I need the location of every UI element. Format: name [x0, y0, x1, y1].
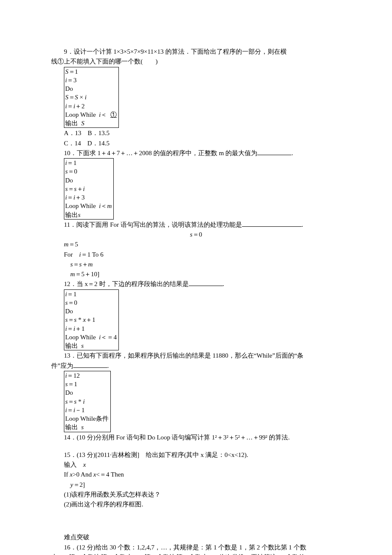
code-line: i＝i＋1 [65, 324, 117, 333]
code-line: s＝s * x＋1 [65, 315, 117, 324]
blank [189, 279, 223, 286]
q12-suffix: . [223, 280, 225, 287]
q11-stem-text: 11．阅读下面用 For 语句写出的算法，说明该算法的处理功能是 [64, 221, 242, 228]
code-line: i＝1 [65, 159, 112, 167]
q12-stem-text: 12．当 x＝2 时，下边的程序段输出的结果是 [64, 280, 189, 287]
q9-opt2: C．14 D．14.5 [64, 139, 341, 148]
blank [242, 220, 302, 227]
q15-line-2: If x>0 And x<＝4 Then [64, 470, 341, 480]
q9-opt1: A．13 B．13.5 [64, 128, 341, 138]
code-line: Do [65, 176, 112, 185]
q9-codebox: S＝1 i＝3 Do S＝S × i i＝i＋2 Loop While i＜ ①… [64, 67, 119, 128]
q13-stem-1: 13．已知有下面程序，如果程序执行后输出的结果是 11880，那么在“While… [51, 351, 341, 361]
code-line: i＝i＋2 [65, 102, 117, 110]
q10-stem: 10．下面求 1＋4＋7＋…＋2008 的值的程序中，正整数 m 的最大值为. [51, 148, 341, 158]
code-line: 输出 s [65, 341, 117, 350]
q9-stem-2-text: 线①上不能填入下面的哪一个数( ) [51, 58, 158, 65]
blank [257, 148, 291, 155]
code-line: Loop While条件 [65, 414, 109, 423]
q12-codebox: i＝1 s＝0 Do s＝s * x＋1 i＝i＋1 Loop While i＜… [64, 289, 119, 351]
q15-line-3: y＝2] [70, 480, 341, 490]
q10-suffix: . [291, 150, 293, 156]
q13-suffix: . [107, 362, 109, 369]
q11-line-2: For i＝1 To 6 [64, 250, 341, 260]
q14: 14．(10 分)分别用 For 语句和 Do Loop 语句编写计算 1²＋3… [51, 433, 341, 442]
q13-codebox: i＝12 s＝1 Do s＝s * i i＝i－1 Loop While条件 输… [64, 371, 111, 432]
code-line: s＝0 [65, 167, 112, 176]
code-line: Loop While i＜m [65, 202, 112, 210]
q16-line-1: 16．(12 分)给出 30 个数：1,2,4,7，…，其规律是：第 1 个数是… [51, 543, 341, 552]
q11-line-1: m＝5 [64, 240, 341, 249]
code-line: Do [65, 388, 109, 397]
q13-stem-2: 件”应为. [51, 361, 341, 371]
section-heading: 难点突破 [51, 532, 341, 542]
q11-center: s＝0 [51, 230, 341, 240]
code-line: 输出 s [65, 423, 109, 431]
blank [73, 361, 107, 368]
q15-line-1: 输入 x [64, 460, 341, 470]
q9-stem-1: 9．设计一个计算 1×3×5×7×9×11×13 的算法．下面给出了程序的一部分… [51, 47, 341, 57]
q9-stem-2: 线①上不能填入下面的哪一个数( ) [51, 57, 341, 66]
code-line: s＝s＋i [65, 185, 112, 193]
code-line: Loop While i＜ ① [65, 110, 117, 119]
q11-suffix: . [302, 221, 303, 228]
code-line: s＝1 [65, 380, 109, 388]
q16-line-2: 大 1，第 3 个数比第 2 个数大 2，第 4 个数比第 3 个数大 3，依次… [51, 552, 341, 555]
code-line: 输出s [65, 211, 112, 219]
q11-stem: 11．阅读下面用 For 语句写出的算法，说明该算法的处理功能是. [51, 220, 341, 230]
q12-stem: 12．当 x＝2 时，下边的程序段输出的结果是. [51, 279, 341, 289]
q10-codebox: i＝1 s＝0 Do s＝s＋i i＝i＋3 Loop While i＜m 输出… [64, 158, 114, 220]
q11-line-4: m＝5＋10] [70, 269, 341, 279]
q10-stem-text: 10．下面求 1＋4＋7＋…＋2008 的值的程序中，正整数 m 的最大值为 [64, 150, 257, 156]
q15-stem: 15．(13 分)[2011·吉林检测] 给出如下程序(其中 x 满足：0<x<… [51, 450, 341, 460]
code-line: s＝s * i [65, 397, 109, 406]
code-line: s＝0 [65, 298, 117, 307]
code-line: i＝i＋3 [65, 193, 112, 202]
code-line: i＝12 [65, 371, 109, 380]
code-line: i＝i－1 [65, 406, 109, 414]
code-line: Do [65, 307, 117, 315]
q11-line-3: s＝s＋m [70, 260, 341, 269]
q15-sub2: (2)画出这个程序的程序框图. [64, 500, 341, 509]
q15-sub1: (1)该程序用函数关系式怎样表达？ [64, 490, 341, 500]
code-line: S＝1 [65, 67, 117, 76]
q13-stem-2-text: 件”应为 [51, 362, 73, 369]
code-line: Loop While i＜＝4 [65, 333, 117, 341]
code-line: 输出 S [65, 119, 117, 127]
code-line: i＝1 [65, 290, 117, 298]
code-line: Do [65, 84, 117, 93]
code-line: S＝S × i [65, 93, 117, 101]
code-line: i＝3 [65, 76, 117, 84]
